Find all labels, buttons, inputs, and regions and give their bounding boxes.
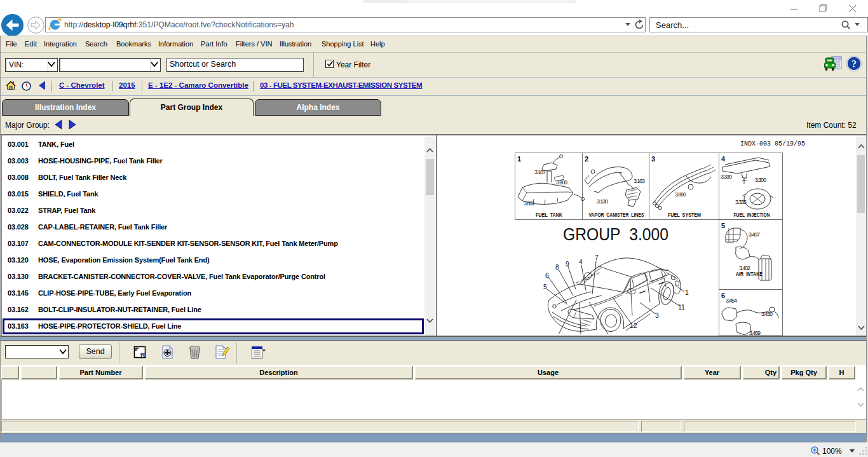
svg-text:9: 9 bbox=[566, 260, 569, 268]
svg-text:3.330: 3.330 bbox=[721, 174, 732, 180]
svg-text:VAPOR CANISTER LINES: VAPOR CANISTER LINES bbox=[589, 212, 644, 218]
svg-text:3.890: 3.890 bbox=[675, 191, 686, 198]
svg-text:3.130: 3.130 bbox=[597, 198, 608, 205]
svg-text:4: 4 bbox=[721, 155, 726, 163]
svg-text:3: 3 bbox=[651, 155, 655, 163]
svg-text:3.300: 3.300 bbox=[755, 177, 766, 183]
svg-text:3: 3 bbox=[655, 311, 659, 319]
svg-text:FUEL SYSTEM: FUEL SYSTEM bbox=[668, 212, 701, 218]
svg-text:6: 6 bbox=[721, 292, 725, 299]
svg-text:8: 8 bbox=[555, 263, 559, 271]
svg-text:3.163: 3.163 bbox=[634, 178, 645, 184]
svg-text:1: 1 bbox=[685, 289, 689, 296]
svg-text:12: 12 bbox=[630, 322, 637, 329]
svg-text:5: 5 bbox=[543, 283, 547, 290]
svg-text:4: 4 bbox=[579, 258, 583, 266]
svg-text:7: 7 bbox=[595, 254, 599, 261]
svg-text:3.900: 3.900 bbox=[556, 179, 567, 186]
svg-text:11: 11 bbox=[678, 303, 685, 311]
svg-text:?: ? bbox=[851, 58, 857, 69]
svg-text:1: 1 bbox=[517, 155, 521, 163]
svg-text:FUEL INJECTION: FUEL INJECTION bbox=[734, 212, 770, 218]
svg-text:FUEL TANK: FUEL TANK bbox=[536, 212, 563, 218]
svg-text:3.407: 3.407 bbox=[749, 231, 760, 238]
svg-text:2: 2 bbox=[585, 155, 588, 163]
svg-text:GROUP 3.000: GROUP 3.000 bbox=[563, 225, 668, 244]
svg-text:INDX-003 05/19/95: INDX-003 05/19/95 bbox=[740, 140, 805, 147]
svg-text:3.454: 3.454 bbox=[726, 297, 737, 304]
svg-text:6: 6 bbox=[545, 271, 549, 279]
svg-text:3.107: 3.107 bbox=[534, 169, 546, 175]
svg-text:5: 5 bbox=[721, 222, 725, 229]
